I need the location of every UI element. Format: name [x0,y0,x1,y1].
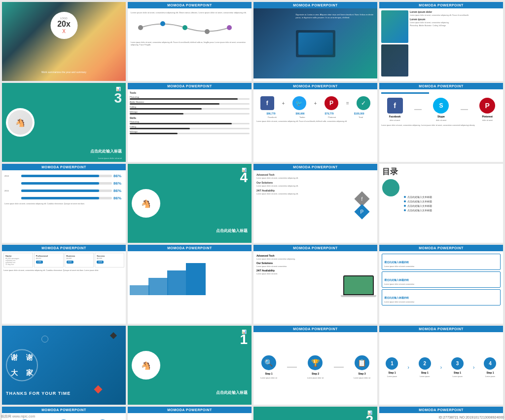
toc-item-1: 点击此处输入文本标题 [404,195,500,198]
connector1 [414,109,422,110]
slide-content-2: Lorem ipsum dolor sit amet, consectetur … [128,8,252,78]
stairs-container: Analytics Adobe Illustrator Setup Guide [130,256,250,295]
tech-text-col: Advanced Tech Lorem ipsum dolor sit amet… [256,173,348,237]
lorem-ipsum: Lorem ipsum dolor [410,10,501,13]
stat-val-4: $100,000 [354,112,364,115]
fb-desc: dolor sit amet [390,119,400,121]
step3-2: 🏆 Step 2 Lorem ipsum dolor sit [307,355,324,379]
thanks-circle: 谢 谢 大 家 [6,349,38,382]
step4-lbl-1: Step 1 [388,371,396,374]
slide-header-19: MOMODA POWERPOINT [253,326,377,332]
fb-stat: f [260,96,274,110]
skills-list: Photoshop Adobe Illustrator Coding InDes… [130,96,250,115]
plan-name-1: Starter [5,255,31,257]
stair-1 [130,285,149,295]
horse-circle-1: 🐴 [132,351,160,380]
facebook-platform: f Facebook dolor sit amet [387,98,403,121]
tech-lorem: Lorem ipsum dolor sit amet, consectetur … [256,177,348,179]
thanks-en-text: THANKS FOR YOUR TIME [6,391,122,396]
slide-content-22: Step 1 Step 2 Step 3 Step 4 Lorem ipsum … [128,413,252,420]
text-boxes: Lorem ipsum dolor Lorem ipsum dolor sit … [410,10,501,76]
stair-2 [148,278,168,295]
stats-lorem: Lorem ipsum dolor sit amet, consectetur … [4,203,123,205]
skill2-coding: Coding [130,125,250,129]
slide-content-6: Tools Photoshop Adobe Illustrator Coding… [128,89,252,159]
diamond-dark [110,332,117,339]
step3-lbl-2: Step 2 [312,372,319,375]
year-2013: 2013 [4,173,19,179]
slide-content-15: Advanced Tech Lorem ipsum dolor sit amet… [253,251,377,321]
toc-title: 目录 [382,167,402,177]
slide-content-9: 2013 2015 86% 86% 86 [2,170,126,240]
slide-content-4: Lorem ipsum dolor Lorem ipsum dolor sit … [379,8,503,78]
tb-label-1: 通过此处输入标题的组 [384,261,409,264]
plan-btn-2: 100K [36,261,43,264]
stat-val-1: $86,779 [266,112,275,115]
step4-lbl-3: Step 1 [454,371,461,374]
cn-char-2: 谢 [22,353,37,362]
tools-label: Tools [130,91,250,94]
our-solutions: Our Solutions [256,181,348,184]
toc-item-4: 点击此处输入文本标题 [404,209,500,212]
skill-indesign: InDesign [130,111,250,115]
slide-header-14: MOMODA POWERPOINT [128,245,252,251]
slide-header-21: MOMODA POWERPOINT [2,407,126,413]
photo-box-2 [381,44,408,77]
timeline-svg [136,18,244,38]
horse-icon: 🐴 [8,110,33,135]
advanced-tech: Advanced Tech [256,173,348,176]
num-slide-content: 🐴 📊 3 点击此处输入标题 Lorem ipsum dolor sit ame… [2,83,126,162]
stats-main: 2013 2015 86% 86% 86 [4,173,123,201]
svg-point-4 [227,25,232,30]
pricing-lorem: Lorem ipsum dolor sit amet, consectetur … [3,269,124,272]
text-box-1: 通过此处输入标题的组 Lorem ipsum dolor sit amet co… [382,254,501,270]
plan-success: Success $8,000 200K [95,253,124,267]
step-arrow-1 [287,367,297,368]
skill2-photoshop: Photoshop [130,120,250,124]
slide-tech-laptop: MOMODA POWERPOINT Advanced Tech Lorem ip… [253,245,377,324]
bar-row-2: 86% [21,180,123,186]
stat-val-3: $79,779 [325,112,334,115]
toc-label-4: 点击此处输入文本标题 [407,209,432,212]
step4-2: 2 Step 1 Lorem ipsum [419,357,431,378]
plus-sign: + [282,101,285,106]
number-badge: 3 [114,90,122,106]
pt-stat: P [325,96,338,110]
plan-starter: Starter 80,000 messages unlimited xxx un… [3,253,33,267]
slide-photo1: MOMODA POWERPOINT Dignissim ut, luctus a… [253,2,377,81]
stair-3 [167,270,187,295]
thanks-text-area: THANKS FOR YOUR TIME [6,391,122,396]
skill-photoshop: Photoshop [130,96,250,100]
toc-item-3: 点击此处输入文本标题 [404,204,500,207]
year-2015: 2015 [4,188,19,193]
laptop-solutions: Our Solutions [256,262,340,265]
slide-content-8: f Facebook dolor sit amet S Skype dolor … [379,89,503,159]
facebook-icon: f [260,96,274,110]
slide-header-11: MOMODA POWERPOINT [253,164,377,170]
lorem-body2: Lorem ipsum dolor sit amet, consectetur … [410,22,501,24]
availability: 24/7 Availability [256,189,348,192]
num-badge-4: 4 [240,170,248,186]
slide-steps4: MOMODA POWERPOINT 1 Step 1 Lorem ipsum ›… [379,326,503,405]
laptop-tech: Advanced Tech [256,254,340,257]
slide-skills: MOMODA POWERPOINT Tools Photoshop Adobe … [128,83,252,162]
step3-desc-1: Lorem ipsum dolor sit [260,377,277,379]
pricing-cols: Starter 80,000 messages unlimited xxx un… [3,253,124,267]
lorem-body: Lorem ipsum dolor sit amet, consectetur … [410,14,501,17]
tb-lorem-1: Lorem ipsum dolor sit amet consectetur [384,266,498,267]
slide-timeline: MOMODA POWERPOINT Lorem ipsum dolor sit … [128,2,252,81]
blue-line [381,92,429,94]
total-stat: ✓ [357,96,370,110]
step4-circle-3: 3 [451,357,464,370]
slide-title-5: 点击此处输入标题 [90,146,122,154]
svg-point-2 [182,25,187,30]
tb-label-2: 通过此处输入标题的组 [384,278,409,281]
pt-desc: dolor sit amet [482,119,493,121]
laptop-visual [342,254,374,318]
slide-steps-stairs: MOMODA POWERPOINT Analytics Adobe Illust… [128,245,252,324]
slide-content-19: 🔍 Step 1 Lorem ipsum dolor sit 🏆 Step 2 … [253,332,377,402]
slide-tech-solutions: MOMODA POWERPOINT Advanced Tech Lorem ip… [253,164,377,243]
stair-lbl-1: Analytics [131,282,139,284]
stat-labels: Facebook Twitter Pinterest Total [256,116,374,118]
fb-label: Facebook [389,115,400,118]
